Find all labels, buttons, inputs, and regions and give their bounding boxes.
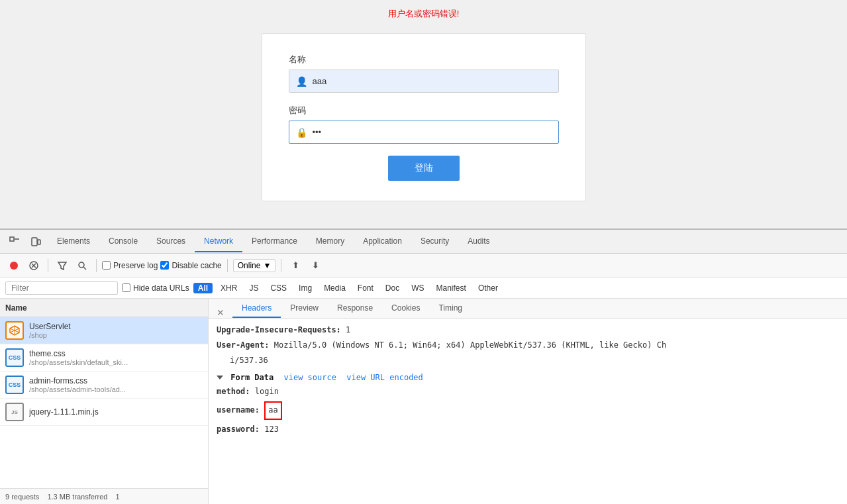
- upload-button[interactable]: ⬆: [287, 257, 304, 274]
- list-item[interactable]: UserServlet /shop: [0, 317, 208, 344]
- network-toolbar: Preserve log Disable cache Online ▼ ⬆ ⬇: [0, 254, 847, 277]
- search-button[interactable]: [74, 257, 91, 274]
- header-name: User-Agent:: [217, 340, 269, 350]
- user-icon: 👤: [296, 76, 307, 87]
- tab-memory[interactable]: Memory: [307, 231, 354, 252]
- toolbar-separator-3: [227, 259, 228, 272]
- tab-sources[interactable]: Sources: [147, 231, 195, 252]
- filter-manifest[interactable]: Manifest: [432, 282, 470, 294]
- filter-xhr[interactable]: XHR: [217, 282, 241, 294]
- username-group: 名称 👤: [289, 54, 559, 93]
- tab-elements[interactable]: Elements: [48, 231, 99, 252]
- file-name: admin-forms.css: [29, 376, 126, 385]
- tab-application[interactable]: Application: [354, 231, 411, 252]
- file-info: jquery-1.11.1.min.js: [29, 407, 99, 417]
- list-item[interactable]: CSS theme.css /shop/assets/skin/default_…: [0, 344, 208, 372]
- tab-headers[interactable]: Headers: [232, 299, 281, 318]
- error-message: 用户名或密码错误!: [388, 8, 460, 20]
- header-value: 1: [346, 325, 350, 334]
- footer-extra: 1: [115, 493, 119, 501]
- filter-img[interactable]: Img: [295, 282, 316, 294]
- css-icon: CSS: [5, 348, 24, 367]
- field-password-name: password:: [217, 423, 260, 437]
- tab-network[interactable]: Network: [195, 231, 242, 252]
- hide-data-urls-checkbox[interactable]: [122, 283, 130, 292]
- filter-font[interactable]: Font: [354, 282, 377, 294]
- toolbar-separator-2: [96, 259, 97, 272]
- svg-marker-8: [58, 262, 66, 270]
- file-info: UserServlet /shop: [29, 322, 71, 339]
- filter-input[interactable]: [5, 281, 118, 295]
- login-btn-row: 登陆: [289, 156, 559, 181]
- close-button[interactable]: ✕: [214, 307, 227, 318]
- chevron-down-icon: ▼: [263, 261, 271, 270]
- form-field-username: username: aa: [217, 401, 839, 420]
- view-url-encoded-link[interactable]: view URL encoded: [346, 373, 423, 382]
- online-select[interactable]: Online ▼: [233, 259, 276, 272]
- page-area: 用户名或密码错误! 名称 👤 密码 🔒 登陆: [0, 0, 847, 228]
- tab-cookies[interactable]: Cookies: [382, 299, 429, 318]
- list-item[interactable]: JS jquery-1.11.1.min.js: [0, 399, 208, 426]
- tab-timing[interactable]: Timing: [429, 299, 472, 318]
- preserve-log-checkbox[interactable]: [102, 261, 111, 270]
- file-path: /shop/assets/admin-tools/ad...: [29, 385, 126, 393]
- inspect-icon-btn[interactable]: [5, 232, 24, 251]
- login-button[interactable]: 登陆: [388, 156, 460, 181]
- header-name: Upgrade-Insecure-Requests:: [217, 325, 341, 334]
- svg-point-9: [79, 262, 84, 268]
- tab-preview[interactable]: Preview: [281, 299, 328, 318]
- svg-rect-3: [38, 240, 40, 244]
- disable-cache-label[interactable]: Disable cache: [160, 261, 221, 270]
- download-button[interactable]: ⬇: [307, 257, 324, 274]
- toolbar-separator-4: [281, 259, 281, 272]
- tab-security[interactable]: Security: [411, 231, 458, 252]
- filter-media[interactable]: Media: [320, 282, 350, 294]
- devtools-panel: Elements Console Sources Network Perform…: [0, 228, 847, 504]
- file-list: UserServlet /shop CSS theme.css /shop/as…: [0, 317, 208, 488]
- left-panel-footer: 9 requests 1.3 MB transferred 1: [0, 488, 208, 504]
- svg-rect-0: [10, 237, 14, 241]
- tab-audits[interactable]: Audits: [458, 231, 499, 252]
- preserve-log-label[interactable]: Preserve log: [102, 261, 158, 270]
- tab-console[interactable]: Console: [99, 231, 147, 252]
- svg-line-10: [83, 267, 86, 270]
- file-path: /shop/assets/skin/default_ski...: [29, 358, 128, 366]
- right-panel: ✕ Headers Preview Response Cookies Timin…: [209, 299, 847, 504]
- hide-data-urls-label[interactable]: Hide data URLs: [122, 283, 189, 293]
- password-input-wrapper: 🔒: [289, 121, 559, 144]
- username-label: 名称: [289, 54, 559, 66]
- tab-response[interactable]: Response: [328, 299, 382, 318]
- clear-button[interactable]: [25, 257, 42, 274]
- filter-other[interactable]: Other: [474, 282, 502, 294]
- device-toggle-btn[interactable]: [26, 232, 45, 251]
- transferred-size: 1.3 MB transferred: [47, 493, 107, 501]
- filter-all-badge[interactable]: All: [193, 283, 213, 293]
- password-input[interactable]: [313, 121, 552, 143]
- form-data-section: Form Data view source view URL encoded m…: [217, 373, 839, 437]
- field-password-value: 123: [264, 423, 279, 437]
- right-content: Upgrade-Insecure-Requests: 1 User-Agent:…: [209, 319, 847, 504]
- disable-cache-checkbox[interactable]: [160, 261, 169, 270]
- list-item[interactable]: CSS admin-forms.css /shop/assets/admin-t…: [0, 372, 208, 399]
- filter-doc[interactable]: Doc: [381, 282, 403, 294]
- file-name: UserServlet: [29, 322, 71, 331]
- field-username-name: username:: [217, 403, 260, 418]
- header-value: Mozilla/5.0 (Windows NT 6.1; Win64; x64)…: [274, 340, 666, 350]
- lock-icon: 🔒: [296, 127, 307, 138]
- file-info: admin-forms.css /shop/assets/admin-tools…: [29, 376, 126, 393]
- tab-performance[interactable]: Performance: [242, 231, 307, 252]
- username-input[interactable]: [313, 70, 552, 92]
- record-button[interactable]: [5, 257, 23, 274]
- filter-js[interactable]: JS: [245, 282, 262, 294]
- devtools-tab-bar: Elements Console Sources Network Perform…: [0, 230, 847, 254]
- filter-css[interactable]: CSS: [266, 282, 291, 294]
- servlet-icon: [5, 321, 24, 340]
- filter-ws[interactable]: WS: [407, 282, 428, 294]
- filter-button[interactable]: [54, 257, 71, 274]
- password-label: 密码: [289, 105, 559, 117]
- css-icon: CSS: [5, 376, 24, 394]
- name-column-header: Name: [5, 303, 27, 313]
- header-continuation: i/537.36: [230, 356, 268, 365]
- view-source-link[interactable]: view source: [284, 373, 336, 382]
- form-data-title[interactable]: Form Data: [230, 373, 274, 382]
